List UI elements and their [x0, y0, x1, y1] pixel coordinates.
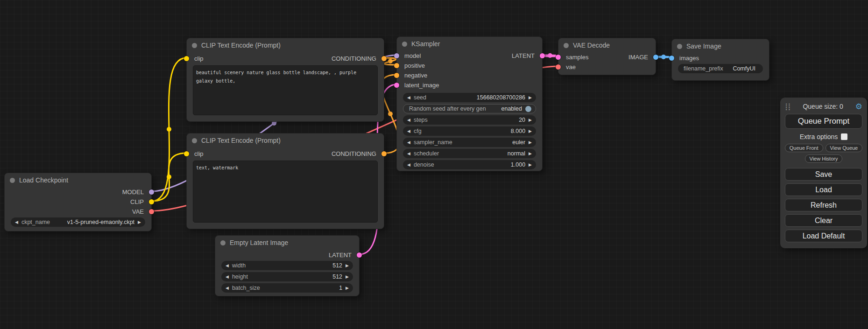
extra-options-label: Extra options — [800, 133, 838, 140]
clip-output-port[interactable] — [149, 199, 154, 204]
cfg-widget[interactable]: cfg 8.000 — [403, 126, 536, 136]
batch-size-widget[interactable]: batch_size 1 — [221, 283, 353, 293]
increment-arrow-icon[interactable] — [529, 152, 532, 156]
view-queue-button[interactable]: View Queue — [826, 144, 863, 152]
clip-input-port[interactable] — [184, 56, 189, 61]
node-title-bar[interactable]: Empty Latent Image — [215, 236, 359, 250]
decrement-arrow-icon[interactable] — [226, 264, 229, 268]
slot-row: clip CONDITIONING — [187, 52, 384, 64]
vae-output-port[interactable] — [149, 209, 154, 214]
decrement-arrow-icon[interactable] — [226, 275, 229, 279]
negative-prompt-textarea[interactable]: text, watermark — [193, 161, 378, 223]
denoise-widget[interactable]: denoise 1.000 — [403, 160, 536, 169]
node-load-checkpoint[interactable]: Load Checkpoint MODEL CLIP VAE ckpt_name… — [4, 173, 152, 231]
node-title-bar[interactable]: KSampler — [397, 37, 542, 51]
increment-arrow-icon[interactable] — [346, 264, 349, 268]
slot-row: CLIP — [5, 197, 151, 207]
output-label-latent: LATENT — [329, 252, 352, 259]
decrement-arrow-icon[interactable] — [407, 129, 410, 133]
node-title-bar[interactable]: CLIP Text Encode (Prompt) — [187, 133, 384, 147]
decrement-arrow-icon[interactable] — [407, 140, 410, 145]
increment-arrow-icon[interactable] — [529, 96, 532, 100]
node-vae-decode[interactable]: VAE Decode samples IMAGE vae — [558, 38, 656, 75]
increment-arrow-icon[interactable] — [529, 140, 532, 145]
toggle-knob[interactable] — [525, 106, 531, 112]
conditioning-output-port[interactable] — [381, 56, 387, 61]
decrement-arrow-icon[interactable] — [15, 220, 18, 224]
steps-widget[interactable]: steps 20 — [403, 115, 536, 125]
model-output-port[interactable] — [149, 189, 154, 195]
load-default-button[interactable]: Load Default — [785, 230, 862, 242]
node-title-bar[interactable]: Load Checkpoint — [5, 173, 151, 187]
save-button[interactable]: Save — [785, 168, 862, 181]
collapse-dot-icon[interactable] — [192, 138, 197, 143]
positive-prompt-textarea[interactable]: beautiful scenery nature glass bottle la… — [193, 65, 378, 115]
collapse-dot-icon[interactable] — [220, 240, 226, 245]
slot-row: positive — [397, 61, 542, 70]
decrement-arrow-icon[interactable] — [226, 286, 229, 290]
seed-widget[interactable]: seed 156680208700286 — [403, 93, 536, 102]
increment-arrow-icon[interactable] — [529, 163, 532, 167]
positive-input-port[interactable] — [394, 63, 399, 68]
scheduler-widget[interactable]: scheduler normal — [403, 149, 536, 158]
filename-prefix-widget[interactable]: filename_prefix ComfyUI — [678, 64, 763, 73]
extra-options-checkbox[interactable] — [841, 133, 847, 140]
increment-arrow-icon[interactable] — [346, 286, 349, 290]
latent-output-port[interactable] — [357, 252, 362, 258]
queue-prompt-button[interactable]: Queue Prompt — [785, 114, 862, 129]
clear-button[interactable]: Clear — [785, 214, 862, 227]
latent-output-port[interactable] — [540, 53, 545, 58]
node-save-image[interactable]: Save Image images filename_prefix ComfyU… — [671, 39, 769, 81]
latent-image-input-port[interactable] — [394, 83, 399, 88]
widget-label: filename_prefix — [684, 65, 723, 72]
sampler-name-widget[interactable]: sampler_name euler — [403, 138, 536, 147]
decrement-arrow-icon[interactable] — [407, 163, 410, 167]
height-widget[interactable]: height 512 — [221, 272, 353, 281]
widget-label: width — [232, 262, 246, 269]
view-history-button[interactable]: View History — [805, 154, 843, 163]
width-widget[interactable]: width 512 — [221, 261, 353, 270]
node-title-bar[interactable]: CLIP Text Encode (Prompt) — [187, 38, 384, 52]
refresh-button[interactable]: Refresh — [785, 199, 862, 211]
conditioning-output-port[interactable] — [381, 151, 387, 156]
collapse-dot-icon[interactable] — [10, 178, 15, 183]
collapse-dot-icon[interactable] — [402, 42, 407, 47]
widget-value: 8.000 — [511, 128, 525, 134]
node-clip-text-encode-positive[interactable]: CLIP Text Encode (Prompt) clip CONDITION… — [186, 38, 384, 122]
slot-row: model LATENT — [397, 51, 542, 61]
comfyui-canvas[interactable]: { "colors": { "model": "#b39ddb", "clip"… — [0, 0, 868, 329]
images-input-port[interactable] — [669, 56, 674, 61]
load-button[interactable]: Load — [785, 183, 862, 196]
decrement-arrow-icon[interactable] — [407, 96, 410, 100]
increment-arrow-icon[interactable] — [529, 129, 532, 133]
output-label-image: IMAGE — [628, 54, 648, 61]
vae-input-port[interactable] — [556, 64, 561, 70]
node-clip-text-encode-negative[interactable]: CLIP Text Encode (Prompt) clip CONDITION… — [186, 133, 384, 229]
model-input-port[interactable] — [394, 53, 399, 58]
samples-input-port[interactable] — [556, 55, 561, 60]
decrement-arrow-icon[interactable] — [407, 152, 410, 156]
collapse-dot-icon[interactable] — [192, 43, 197, 48]
node-empty-latent-image[interactable]: Empty Latent Image LATENT width 512 heig… — [215, 235, 360, 296]
increment-arrow-icon[interactable] — [529, 118, 532, 122]
drag-handle-icon[interactable] — [785, 103, 791, 110]
queue-front-button[interactable]: Queue Front — [785, 144, 823, 152]
widget-label: scheduler — [414, 150, 439, 157]
increment-arrow-icon[interactable] — [346, 275, 349, 279]
image-output-port[interactable] — [653, 55, 658, 60]
decrement-arrow-icon[interactable] — [407, 118, 410, 122]
node-ksampler[interactable]: KSampler model LATENT positive negative … — [396, 36, 543, 171]
collapse-dot-icon[interactable] — [564, 43, 569, 48]
slot-row: vae — [558, 62, 656, 72]
queue-pill-row: Queue Front View Queue — [785, 144, 862, 152]
negative-input-port[interactable] — [394, 73, 399, 78]
node-title: VAE Decode — [573, 42, 610, 49]
ckpt-name-widget[interactable]: ckpt_name v1-5-pruned-emaonly.ckpt — [11, 217, 145, 227]
collapse-dot-icon[interactable] — [677, 44, 682, 49]
random-seed-toggle-widget[interactable]: Random seed after every gen enabled — [403, 104, 536, 113]
node-title-bar[interactable]: VAE Decode — [558, 38, 656, 52]
increment-arrow-icon[interactable] — [138, 220, 141, 224]
gear-icon[interactable] — [855, 102, 862, 112]
node-title-bar[interactable]: Save Image — [672, 39, 769, 53]
clip-input-port[interactable] — [184, 151, 189, 156]
